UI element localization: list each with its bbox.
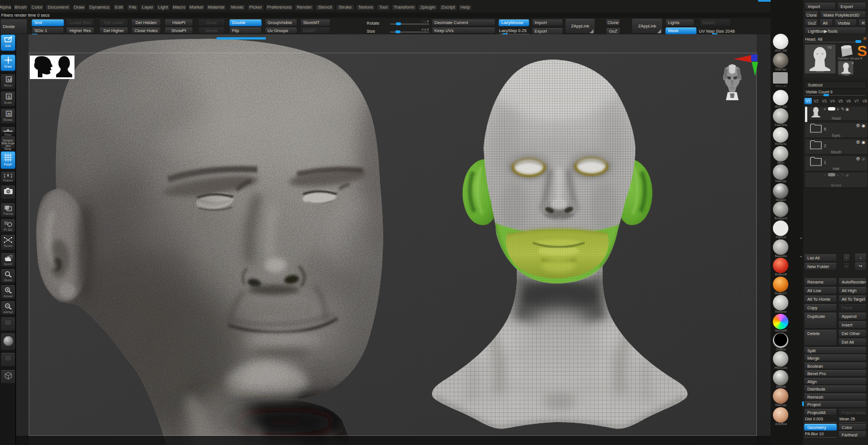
svg-text:S: S bbox=[7, 94, 10, 100]
svg-text:S: S bbox=[857, 43, 867, 58]
svg-text:M: M bbox=[7, 77, 11, 82]
svg-text:R: R bbox=[7, 112, 11, 117]
